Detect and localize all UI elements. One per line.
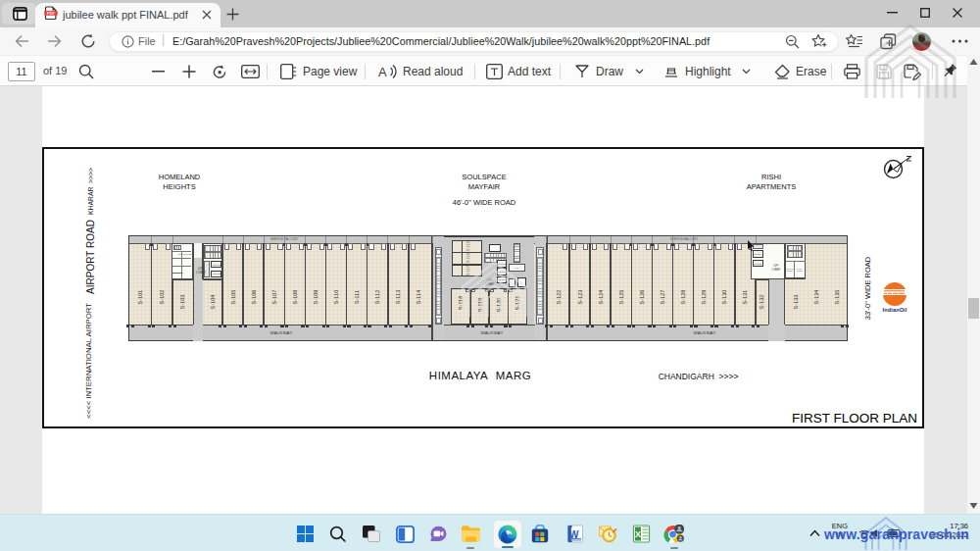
svg-text:W: W: [569, 528, 579, 539]
svg-text:X: X: [635, 529, 641, 539]
